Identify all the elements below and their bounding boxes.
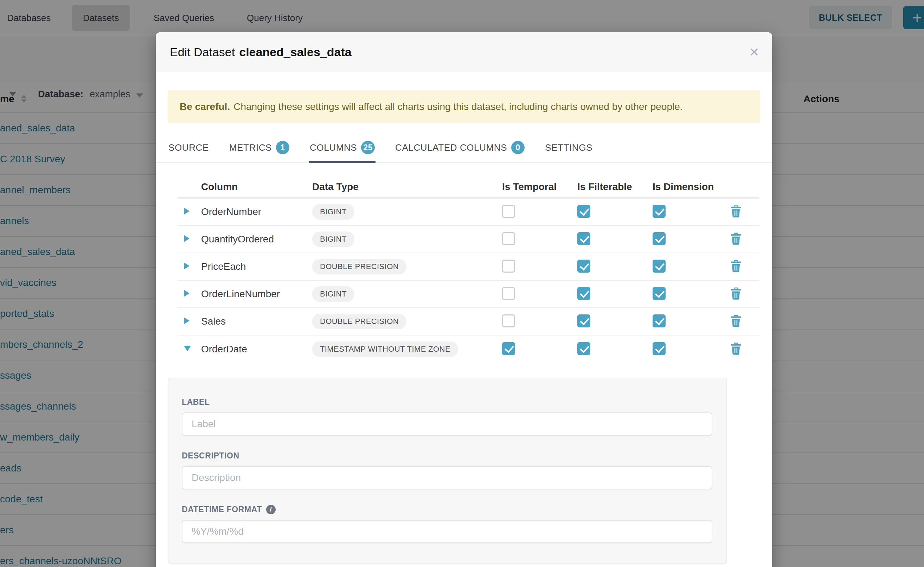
- info-icon[interactable]: i: [266, 505, 275, 514]
- warning-text: Changing these settings will affect all …: [233, 101, 682, 112]
- is-temporal-checkbox[interactable]: [502, 205, 515, 218]
- delete-column-button[interactable]: [730, 314, 744, 328]
- column-name: Sales: [201, 316, 312, 327]
- is-temporal-checkbox[interactable]: [502, 342, 515, 355]
- column-row: OrderDate TIMESTAMP WITHOUT TIME ZONE: [178, 336, 760, 363]
- column-row: PriceEach DOUBLE PRECISION: [178, 253, 760, 281]
- tab-calculated-columns[interactable]: CALCULATED COLUMNS 0: [394, 134, 525, 163]
- label-input[interactable]: [182, 412, 712, 436]
- expand-caret-icon[interactable]: [184, 317, 190, 324]
- expand-caret-icon[interactable]: [184, 346, 191, 351]
- column-row: QuantityOrdered BIGINT: [178, 226, 760, 253]
- header-column: Column: [201, 181, 312, 192]
- is-filterable-checkbox[interactable]: [577, 205, 590, 218]
- is-dimension-checkbox[interactable]: [653, 232, 665, 245]
- modal-header: Edit Datasetcleaned_sales_data ✕: [156, 32, 772, 72]
- header-data-type: Data Type: [312, 181, 502, 192]
- expand-caret-icon[interactable]: [184, 235, 190, 242]
- data-type-pill: BIGINT: [312, 231, 354, 247]
- column-row: OrderNumber BIGINT: [178, 198, 760, 226]
- header-is-temporal: Is Temporal: [502, 181, 577, 192]
- delete-column-button[interactable]: [730, 260, 744, 274]
- expand-caret-icon[interactable]: [184, 262, 190, 270]
- is-filterable-checkbox[interactable]: [577, 314, 590, 327]
- expand-caret-icon[interactable]: [184, 290, 190, 297]
- column-name: QuantityOrdered: [201, 234, 312, 245]
- data-type-pill: BIGINT: [312, 286, 354, 302]
- warning-bold: Be careful.: [180, 101, 230, 112]
- tab-source[interactable]: SOURCE: [168, 134, 209, 163]
- is-dimension-checkbox[interactable]: [653, 287, 665, 300]
- is-dimension-checkbox[interactable]: [653, 314, 665, 327]
- modal-title: Edit Datasetcleaned_sales_data: [170, 45, 352, 59]
- column-row: Sales DOUBLE PRECISION: [178, 308, 760, 336]
- is-dimension-checkbox[interactable]: [653, 205, 665, 218]
- data-type-pill: TIMESTAMP WITHOUT TIME ZONE: [312, 342, 458, 357]
- modal-body: Be careful. Changing these settings will…: [156, 90, 772, 564]
- warning-banner: Be careful. Changing these settings will…: [168, 90, 760, 123]
- column-name: OrderDate: [201, 344, 312, 355]
- datetime-format-field-label: DATETIME FORMAT i: [182, 505, 712, 514]
- close-icon[interactable]: ✕: [749, 32, 760, 72]
- column-name: OrderLineNumber: [201, 288, 312, 300]
- modal-tabs: SOURCE METRICS 1 COLUMNS 25 CALCULATED C…: [168, 134, 760, 163]
- tab-columns[interactable]: COLUMNS 25: [309, 134, 376, 163]
- delete-column-button[interactable]: [730, 232, 744, 246]
- column-name: OrderNumber: [201, 206, 312, 218]
- is-temporal-checkbox[interactable]: [502, 314, 515, 327]
- datetime-format-input[interactable]: [182, 520, 712, 543]
- delete-column-button[interactable]: [730, 342, 744, 356]
- data-type-pill: DOUBLE PRECISION: [312, 259, 406, 274]
- edit-dataset-modal: Edit Datasetcleaned_sales_data ✕ Be care…: [156, 32, 772, 567]
- tab-metrics[interactable]: METRICS 1: [229, 134, 290, 163]
- is-temporal-checkbox[interactable]: [502, 260, 515, 273]
- columns-table: Column Data Type Is Temporal Is Filterab…: [168, 176, 760, 363]
- is-filterable-checkbox[interactable]: [577, 342, 590, 355]
- data-type-pill: DOUBLE PRECISION: [312, 314, 406, 329]
- delete-column-button[interactable]: [730, 205, 744, 219]
- dataset-name: cleaned_sales_data: [239, 45, 351, 58]
- tab-count-badge: 0: [511, 141, 525, 154]
- tab-count-badge: 1: [276, 141, 289, 154]
- description-input[interactable]: [182, 466, 712, 489]
- header-is-dimension: Is Dimension: [653, 181, 728, 192]
- is-filterable-checkbox[interactable]: [577, 260, 590, 273]
- is-temporal-checkbox[interactable]: [502, 287, 515, 300]
- is-dimension-checkbox[interactable]: [653, 260, 665, 273]
- is-filterable-checkbox[interactable]: [577, 287, 590, 300]
- delete-column-button[interactable]: [730, 287, 744, 301]
- is-dimension-checkbox[interactable]: [653, 342, 665, 355]
- tab-count-badge: 25: [361, 141, 375, 154]
- column-name: PriceEach: [201, 261, 312, 272]
- expand-caret-icon[interactable]: [184, 208, 190, 214]
- columns-table-header: Column Data Type Is Temporal Is Filterab…: [178, 176, 760, 197]
- tab-settings[interactable]: SETTINGS: [544, 134, 593, 163]
- header-is-filterable: Is Filterable: [577, 181, 653, 192]
- column-detail-panel: LABEL DESCRIPTION DATETIME FORMAT i: [168, 378, 727, 564]
- is-filterable-checkbox[interactable]: [577, 232, 590, 245]
- is-temporal-checkbox[interactable]: [502, 232, 515, 245]
- label-field-label: LABEL: [182, 398, 712, 407]
- column-row: OrderLineNumber BIGINT: [178, 281, 760, 308]
- description-field-label: DESCRIPTION: [182, 451, 712, 460]
- data-type-pill: BIGINT: [312, 204, 354, 220]
